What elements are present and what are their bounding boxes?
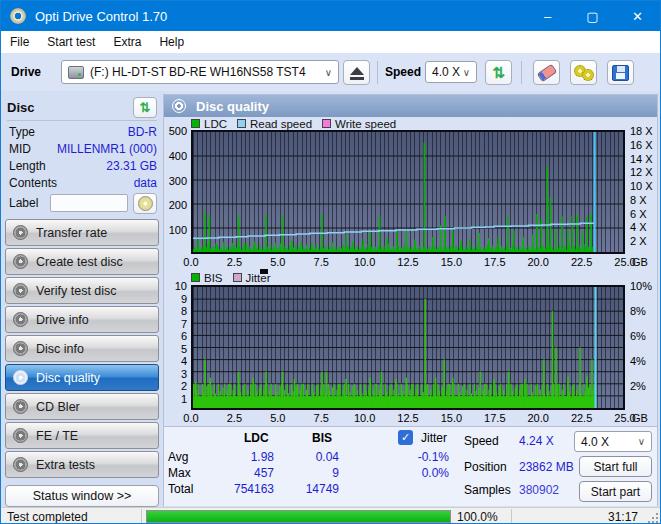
- sidebar-item-fe-te[interactable]: FE / TE: [5, 422, 159, 449]
- x-axis-tick: 20.0: [527, 412, 548, 424]
- sidebar-item-disc-info[interactable]: Disc info: [5, 335, 159, 362]
- sidebar-item-extra-tests[interactable]: Extra tests: [5, 451, 159, 478]
- disc-label-label: Label: [9, 196, 38, 210]
- legend-label: LDC: [204, 118, 227, 130]
- sidebar-item-create-test-disc[interactable]: Create test disc: [5, 248, 159, 275]
- save-button[interactable]: [607, 60, 634, 85]
- maximize-button[interactable]: ▢: [570, 1, 615, 31]
- disc-label-button[interactable]: [133, 193, 157, 214]
- chevron-down-icon: ∨: [325, 67, 332, 78]
- max-row-label: Max: [168, 466, 191, 480]
- speed-select[interactable]: 4.0 X ∨: [425, 61, 477, 83]
- y-axis-tick-right: 2%: [630, 380, 660, 392]
- samples-stat-label: Samples: [464, 483, 511, 497]
- y-axis-tick-left: 5: [161, 343, 187, 355]
- sidebar-item-label: CD Bler: [36, 400, 80, 414]
- sidebar-item-verify-test-disc[interactable]: Verify test disc: [5, 277, 159, 304]
- y-axis-tick-left: 2: [161, 380, 187, 392]
- drive-icon: [68, 66, 84, 79]
- sidebar-item-label: FE / TE: [36, 429, 78, 443]
- y-axis-tick-left: 4: [161, 355, 187, 367]
- read-speed-legend-swatch: [237, 119, 246, 128]
- total-ldc-value: 754163: [214, 482, 274, 496]
- menu-start-test[interactable]: Start test: [38, 32, 104, 52]
- erase-disc-button[interactable]: [533, 60, 560, 85]
- menu-extra[interactable]: Extra: [104, 32, 150, 52]
- x-axis-tick: 0.0: [183, 412, 198, 424]
- x-axis-tick: 17.5: [484, 412, 505, 424]
- y-axis-tick-right: 8%: [630, 305, 660, 317]
- sidebar-item-label: Transfer rate: [36, 226, 107, 240]
- y-axis-tick-left: 3: [161, 368, 187, 380]
- y-axis-tick-right: 10%: [630, 280, 660, 292]
- disc-contents-value[interactable]: data: [134, 176, 157, 191]
- sidebar-item-cd-bler[interactable]: CD Bler: [5, 393, 159, 420]
- bis-legend-swatch: [191, 273, 200, 282]
- cd-icon: [13, 283, 28, 298]
- app-window: Opti Drive Control 1.70 – ▢ ✕ File Start…: [0, 0, 661, 524]
- cd-icon: [13, 341, 28, 356]
- floppy-disk-icon: [612, 65, 629, 81]
- speed-stat-value: 4.24 X: [519, 434, 567, 448]
- y-axis-tick-right: 8 X: [630, 194, 660, 206]
- sidebar-item-disc-quality[interactable]: Disc quality: [5, 364, 159, 391]
- drive-select[interactable]: (F:) HL-DT-ST BD-RE WH16NS58 TST4 ∨: [61, 60, 339, 84]
- start-part-button[interactable]: Start part: [579, 481, 652, 502]
- refresh-disc-button[interactable]: ⇅: [133, 97, 157, 118]
- x-axis-tick: 12.5: [397, 256, 418, 268]
- sidebar-item-transfer-rate[interactable]: Transfer rate: [5, 219, 159, 246]
- max-ldc-value: 457: [214, 466, 274, 480]
- cd-icon: [13, 312, 28, 327]
- minimize-button[interactable]: –: [525, 1, 570, 31]
- total-row-label: Total: [168, 482, 193, 496]
- x-axis-unit: GB: [632, 412, 648, 424]
- refresh-icon: ⇅: [492, 65, 505, 80]
- cd-icon: [13, 370, 28, 385]
- title-bar: Opti Drive Control 1.70 – ▢ ✕: [1, 1, 660, 31]
- progress-fill: [147, 511, 450, 522]
- disc-label-input[interactable]: [50, 194, 128, 212]
- status-bar: Test completed 100.0% 31:17: [1, 507, 660, 524]
- menu-help[interactable]: Help: [150, 32, 193, 52]
- x-axis-tick: 15.0: [441, 256, 462, 268]
- bis-column-header: BIS: [312, 431, 332, 445]
- cd-icon: [13, 399, 28, 414]
- close-button[interactable]: ✕: [615, 1, 660, 31]
- x-axis-tick: 7.5: [314, 412, 329, 424]
- y-axis-tick-right: 4 X: [630, 221, 660, 233]
- sidebar-item-drive-info[interactable]: Drive info: [5, 306, 159, 333]
- cd-icon: [138, 196, 153, 211]
- eject-button[interactable]: [343, 60, 370, 85]
- settings-button[interactable]: [570, 60, 597, 85]
- gears-icon: [574, 65, 594, 81]
- start-full-button[interactable]: Start full: [579, 456, 652, 477]
- x-axis-tick: 22.5: [571, 256, 592, 268]
- refresh-drive-button[interactable]: ⇅: [485, 60, 512, 85]
- cd-icon: [13, 428, 28, 443]
- disc-type-label: Type: [9, 125, 35, 140]
- ldc-legend-swatch: [191, 119, 200, 128]
- total-bis-value: 14749: [284, 482, 339, 496]
- status-window-button[interactable]: Status window >>: [5, 485, 159, 507]
- y-axis-tick-right: 2 X: [630, 235, 660, 247]
- x-axis-tick: 5.0: [270, 412, 285, 424]
- y-axis-tick-left: 500: [161, 125, 187, 137]
- y-axis-tick-right: 16 X: [630, 139, 660, 151]
- resize-grip-icon[interactable]: [648, 513, 658, 523]
- statusbar-separator: [511, 509, 512, 524]
- menu-file[interactable]: File: [1, 32, 38, 52]
- speed-label: Speed: [385, 65, 421, 79]
- check-icon: ✓: [401, 431, 410, 444]
- x-axis-tick: 15.0: [441, 412, 462, 424]
- disc-section-title: Disc: [7, 100, 34, 115]
- y-axis-tick-left: 9: [161, 293, 187, 305]
- panel-title: Disc quality: [196, 99, 269, 114]
- test-speed-select[interactable]: 4.0 X ∨: [574, 431, 652, 452]
- ldc-chart-plot: [191, 130, 625, 254]
- disc-type-value: BD-R: [128, 125, 157, 140]
- x-axis-tick: 7.5: [314, 256, 329, 268]
- legend-label: BIS: [204, 272, 223, 284]
- x-axis-tick: 12.5: [397, 412, 418, 424]
- y-axis-tick-left: 1: [161, 393, 187, 405]
- jitter-checkbox[interactable]: ✓: [398, 430, 413, 445]
